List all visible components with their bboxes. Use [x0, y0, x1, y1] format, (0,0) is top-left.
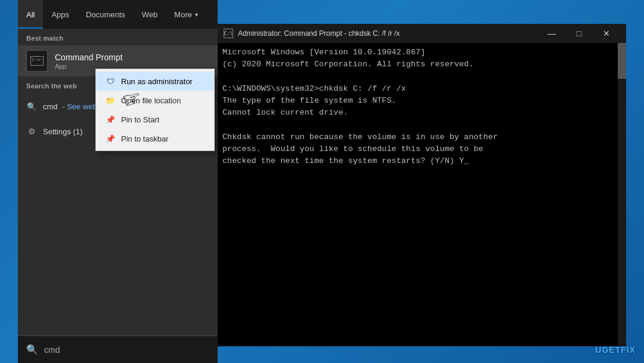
maximize-button[interactable]: □ — [565, 24, 593, 43]
search-icon: 🔍 — [26, 101, 37, 112]
run-as-administrator-item[interactable]: 🛡 Run as administrator — [96, 72, 214, 91]
pin-to-start-item[interactable]: 📌 Pin to Start — [96, 110, 214, 129]
cmd-titlebar: C:\ Administrator: Command Prompt - chkd… — [218, 24, 626, 43]
watermark: UGETFIX — [595, 345, 636, 355]
watermark-blue: FIX — [621, 345, 636, 355]
tab-web[interactable]: Web — [134, 0, 166, 29]
tab-documents[interactable]: Documents — [78, 0, 134, 29]
context-menu: 🛡 Run as administrator 📁 Open file locat… — [95, 69, 215, 151]
best-match-label: Best match — [18, 29, 218, 45]
app-icon — [26, 50, 48, 72]
search-bar[interactable]: 🔍 cmd — [18, 336, 218, 363]
cmd-title-icon: C:\ — [224, 29, 233, 38]
folder-icon: 📁 — [106, 96, 115, 105]
pin-icon: 📌 — [106, 115, 115, 124]
search-bar-text: cmd — [44, 345, 60, 355]
gear-icon: ⚙ — [26, 126, 37, 137]
desktop: All Apps Documents Web More ▾ Best match — [0, 0, 644, 363]
pin-to-taskbar-item[interactable]: 📌 Pin to taskbar — [96, 129, 214, 148]
cmd-window: C:\ Administrator: Command Prompt - chkd… — [218, 24, 626, 346]
tab-all[interactable]: All — [18, 0, 43, 29]
open-file-location-item[interactable]: 📁 Open file location — [96, 91, 214, 110]
pin-taskbar-icon: 📌 — [106, 134, 115, 143]
window-controls: — □ ✕ — [538, 24, 620, 43]
cmd-output: Microsoft Windows [Version 10.0.19042.86… — [222, 47, 621, 168]
app-info: Command Prompt App — [55, 53, 123, 70]
chevron-down-icon: ▾ — [195, 11, 198, 18]
shield-icon: 🛡 — [106, 76, 115, 86]
cmd-icon-inner — [30, 56, 44, 66]
watermark-white: UGET — [595, 345, 621, 355]
start-menu: All Apps Documents Web More ▾ Best match — [18, 0, 218, 363]
app-name: Command Prompt — [55, 53, 123, 62]
cmd-scrollbar[interactable] — [618, 43, 626, 346]
cmd-body: Microsoft Windows [Version 10.0.19042.86… — [218, 43, 626, 346]
close-button[interactable]: ✕ — [593, 24, 620, 43]
settings-label: Settings (1) — [43, 127, 82, 136]
start-menu-tabs: All Apps Documents Web More ▾ — [18, 0, 218, 29]
minimize-button[interactable]: — — [538, 24, 565, 43]
search-bar-icon: 🔍 — [26, 344, 38, 355]
cmd-title-text: Administrator: Command Prompt - chkdsk C… — [238, 29, 538, 38]
cmd-scrollbar-thumb[interactable] — [618, 43, 626, 79]
tab-more[interactable]: More ▾ — [166, 0, 206, 29]
tab-apps[interactable]: Apps — [43, 0, 78, 29]
